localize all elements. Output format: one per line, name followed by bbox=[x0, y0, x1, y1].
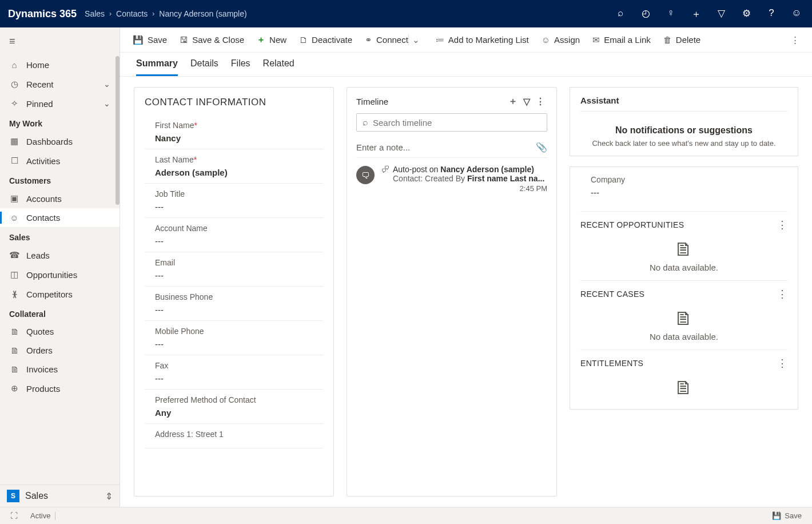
save-icon[interactable]: 💾 bbox=[772, 511, 781, 520]
nav-item-pinned[interactable]: ✧Pinned⌄ bbox=[0, 94, 120, 113]
timeline-activity[interactable]: 🗨 🗪 Auto-post on Nancy Aderson (sample) … bbox=[356, 158, 547, 200]
nav-item-orders[interactable]: 🗎Orders bbox=[0, 341, 120, 360]
field-value[interactable]: Aderson (sample) bbox=[155, 168, 323, 177]
divider bbox=[55, 512, 55, 520]
breadcrumb-entity[interactable]: Contacts bbox=[116, 9, 148, 18]
assign-button[interactable]: ☺Assign bbox=[542, 35, 580, 45]
field-value[interactable]: --- bbox=[155, 374, 323, 383]
chevron-down-icon: ⌄ bbox=[104, 80, 110, 89]
chevron-up-down-icon: ⇕ bbox=[105, 491, 113, 502]
nav-item-dashboards[interactable]: ▦Dashboards bbox=[0, 132, 120, 151]
hamburger-icon[interactable]: ≡ bbox=[0, 27, 120, 55]
add-marketing-button[interactable]: ≔Add to Marketing List bbox=[436, 35, 529, 45]
search-icon[interactable]: ⌕ bbox=[613, 7, 628, 21]
field-address-1-street-1[interactable]: Address 1: Street 1 bbox=[145, 424, 323, 448]
field-value[interactable]: --- bbox=[155, 339, 323, 349]
sidebar: ≡ ⌂Home◷Recent⌄✧Pinned⌄My Work▦Dashboard… bbox=[0, 27, 120, 507]
help-icon[interactable]: ? bbox=[764, 7, 779, 21]
more-icon[interactable]: ⋮ bbox=[777, 288, 787, 300]
nav-item-competitors[interactable]: ᚕCompetitors bbox=[0, 284, 120, 304]
more-icon[interactable]: ⋮ bbox=[777, 357, 787, 370]
nav-icon: 🗎 bbox=[9, 346, 19, 355]
nav-item-home[interactable]: ⌂Home bbox=[0, 55, 120, 74]
field-value[interactable]: --- bbox=[155, 202, 323, 212]
field-last-name[interactable]: Last Name*Aderson (sample) bbox=[145, 149, 323, 184]
user-icon[interactable]: ☺ bbox=[789, 7, 804, 21]
assistant-headline: No notifications or suggestions bbox=[580, 125, 787, 136]
timeline-more-icon[interactable]: ⋮ bbox=[534, 96, 547, 107]
nav-item-recent[interactable]: ◷Recent⌄ bbox=[0, 74, 120, 94]
app-switcher[interactable]: S Sales ⇕ bbox=[0, 485, 120, 507]
nav-item-contacts[interactable]: ☺Contacts bbox=[0, 208, 120, 227]
email-link-button[interactable]: ✉Email a Link bbox=[592, 35, 651, 45]
field-label: Fax bbox=[155, 361, 323, 370]
field-value[interactable]: Nancy bbox=[155, 133, 323, 143]
right-pane: Assistant No notifications or suggestion… bbox=[570, 87, 798, 497]
nav-item-accounts[interactable]: ▣Accounts bbox=[0, 189, 120, 208]
field-value[interactable]: --- bbox=[155, 236, 323, 246]
field-job-title[interactable]: Job Title--- bbox=[145, 184, 323, 218]
timeline-filter-icon[interactable]: ▽ bbox=[520, 96, 534, 107]
note-input-row[interactable]: Enter a note... 📎 bbox=[356, 137, 547, 158]
connect-chevron[interactable]: ⌄ bbox=[408, 35, 423, 45]
brand-logo[interactable]: Dynamics 365 bbox=[8, 8, 77, 20]
plus-icon[interactable]: ＋ bbox=[688, 7, 703, 21]
nav-icon: 🗎 bbox=[9, 364, 19, 374]
nav-item-products[interactable]: ⊕Products bbox=[0, 379, 120, 398]
filter-icon[interactable]: ▽ bbox=[714, 7, 729, 21]
entitlements-header: ENTITLEMENTS bbox=[580, 359, 643, 368]
status-save[interactable]: Save bbox=[785, 511, 802, 520]
field-value[interactable]: Any bbox=[155, 408, 323, 418]
tab-files[interactable]: Files bbox=[231, 58, 250, 76]
nav-item-opportunities[interactable]: ◫Opportunities bbox=[0, 265, 120, 284]
more-icon[interactable]: ⋮ bbox=[777, 219, 787, 231]
breadcrumb-area[interactable]: Sales bbox=[85, 9, 105, 18]
assistant-sub: Check back later to see what's new and s… bbox=[580, 139, 787, 148]
tab-details[interactable]: Details bbox=[190, 58, 218, 76]
company-value[interactable]: --- bbox=[580, 184, 787, 203]
timeline-search[interactable]: ⌕ bbox=[356, 113, 547, 132]
nav-icon: ᚕ bbox=[9, 289, 19, 299]
save-close-button[interactable]: 🖫Save & Close bbox=[180, 35, 244, 45]
tab-related[interactable]: Related bbox=[263, 58, 294, 76]
field-business-phone[interactable]: Business Phone--- bbox=[145, 287, 323, 321]
timeline-add-icon[interactable]: ＋ bbox=[506, 96, 520, 108]
more-commands-button[interactable]: ⋮ bbox=[791, 35, 799, 45]
tab-summary[interactable]: Summary bbox=[136, 58, 178, 76]
deactivate-button[interactable]: 🗋Deactivate bbox=[299, 35, 352, 45]
status-active: Active bbox=[30, 511, 50, 520]
field-preferred-method-of-contact[interactable]: Preferred Method of ContactAny bbox=[145, 390, 323, 424]
timeline-panel: Timeline ＋ ▽ ⋮ ⌕ Enter a note... 📎 🗨 bbox=[347, 87, 557, 497]
popout-icon[interactable]: ⛶ bbox=[10, 511, 18, 520]
field-email[interactable]: Email--- bbox=[145, 252, 323, 287]
field-account-name[interactable]: Account Name--- bbox=[145, 218, 323, 252]
attachment-icon[interactable]: 📎 bbox=[536, 142, 547, 153]
gear-icon[interactable]: ⚙ bbox=[739, 7, 754, 21]
nav-item-quotes[interactable]: 🗎Quotes bbox=[0, 322, 120, 341]
field-first-name[interactable]: First Name*Nancy bbox=[145, 115, 323, 149]
nav-item-activities[interactable]: ☐Activities bbox=[0, 151, 120, 170]
save-button[interactable]: 💾Save bbox=[133, 35, 167, 45]
nav-icon: ◷ bbox=[9, 79, 19, 89]
timeline-search-input[interactable] bbox=[373, 118, 541, 128]
breadcrumb-record[interactable]: Nancy Aderson (sample) bbox=[159, 9, 246, 18]
bulb-icon[interactable]: ♀ bbox=[663, 7, 678, 21]
nav-item-invoices[interactable]: 🗎Invoices bbox=[0, 360, 120, 379]
nav-item-leads[interactable]: ☎Leads bbox=[0, 245, 120, 265]
field-value[interactable]: --- bbox=[155, 271, 323, 280]
status-bar: ⛶ Active 💾 Save bbox=[0, 507, 812, 524]
connect-icon: ⚭ bbox=[365, 35, 372, 45]
form-tabs: SummaryDetailsFilesRelated bbox=[120, 53, 812, 77]
no-data-text: No data available. bbox=[580, 332, 787, 342]
chat-icon: 🗪 bbox=[381, 165, 389, 174]
no-data-text: No data available. bbox=[580, 263, 787, 272]
new-button[interactable]: ＋New bbox=[257, 34, 286, 45]
field-mobile-phone[interactable]: Mobile Phone--- bbox=[145, 321, 323, 355]
connect-button[interactable]: ⚭Connect bbox=[365, 35, 408, 45]
field-value[interactable]: --- bbox=[155, 305, 323, 315]
field-label: Last Name* bbox=[155, 155, 323, 164]
task-icon[interactable]: ◴ bbox=[638, 7, 653, 21]
field-fax[interactable]: Fax--- bbox=[145, 355, 323, 390]
nav-label: Quotes bbox=[26, 327, 54, 336]
delete-button[interactable]: 🗑Delete bbox=[663, 35, 700, 45]
